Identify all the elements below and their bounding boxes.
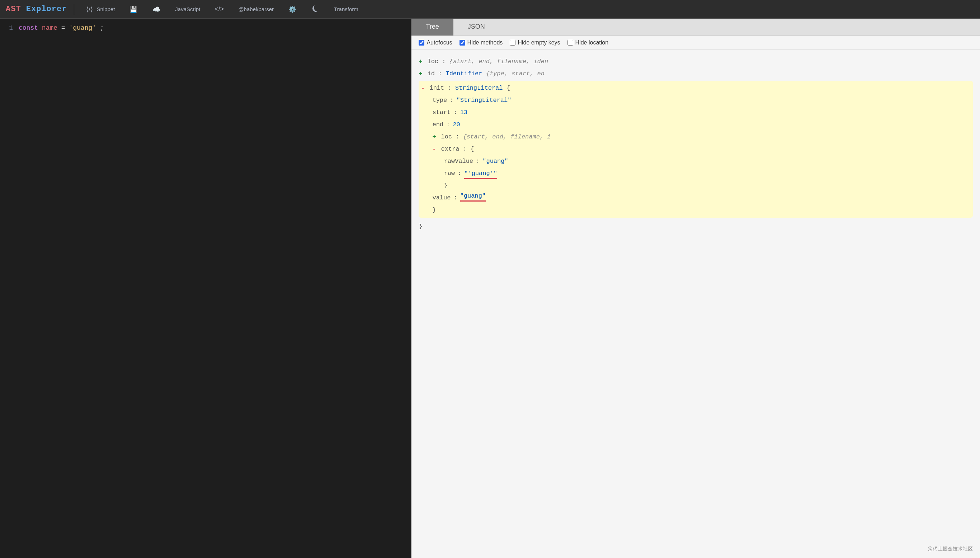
key-start: start	[432, 107, 451, 119]
key-value: value	[432, 192, 451, 204]
punct-colon-rawvalue: :	[476, 155, 479, 167]
node-extra: - extra : { rawValue	[432, 143, 971, 192]
toggle-icon: ⏾	[311, 5, 320, 14]
operator-equals: =	[61, 25, 69, 31]
tab-tree[interactable]: Tree	[412, 19, 453, 36]
gear-icon: ⚙️	[288, 5, 297, 14]
main-content: 1 const name = 'guang' ; Tree JSON	[0, 19, 980, 558]
code-line-1: 1 const name = 'guang' ;	[6, 23, 405, 33]
code-text-1: const name = 'guang' ;	[19, 23, 104, 33]
key-init: init	[429, 85, 444, 92]
node-loc-content: loc : {start, end, filename, iden	[427, 56, 548, 68]
option-hide-empty-keys-label: Hide empty keys	[518, 39, 560, 46]
key-loc-child: loc	[441, 133, 452, 140]
toggle-init[interactable]: -	[421, 82, 427, 94]
line-number-1: 1	[6, 23, 13, 33]
toggle-button[interactable]: ⏾	[307, 3, 323, 15]
extra-children: rawValue : "guang" raw : "'guang'"	[444, 155, 971, 192]
checkbox-autofocus[interactable]	[419, 40, 424, 46]
checkbox-hide-empty-keys[interactable]	[510, 40, 515, 46]
app-logo: AST Explorer	[6, 5, 67, 14]
node-type: type : "StringLiteral"	[432, 94, 971, 107]
settings-button[interactable]: ⚙️	[284, 3, 300, 15]
id-type-label: Identifier	[445, 70, 482, 77]
node-id: + id : Identifier {type, start, en	[419, 68, 973, 80]
checkbox-hide-methods[interactable]	[460, 40, 465, 46]
toggle-loc-child[interactable]: +	[432, 131, 438, 143]
node-init-content: init : StringLiteral {	[429, 82, 510, 94]
node-loc-child-content: loc : {start, end, filename, i	[441, 131, 551, 143]
editor-content[interactable]: 1 const name = 'guang' ;	[0, 19, 411, 558]
option-hide-empty-keys[interactable]: Hide empty keys	[510, 39, 560, 46]
option-autofocus[interactable]: Autofocus	[419, 39, 452, 46]
logo-explorer: Explorer	[21, 5, 67, 14]
option-hide-methods[interactable]: Hide methods	[460, 39, 503, 46]
node-init-close: }	[432, 204, 971, 216]
checkbox-hide-location[interactable]	[568, 40, 573, 46]
node-init-highlighted: - init : StringLiteral { type :	[419, 81, 973, 218]
save-button[interactable]: 💾	[126, 3, 141, 15]
editor-panel: 1 const name = 'guang' ;	[0, 19, 412, 558]
toolbar-divider-1	[74, 4, 74, 15]
node-rawvalue: rawValue : "guang"	[444, 155, 971, 167]
node-loc-child: + loc : {start, end, filename, i	[432, 131, 971, 143]
transform-label: Transform	[334, 6, 358, 12]
save-icon: 💾	[129, 5, 138, 14]
punctuation-semicolon: ;	[100, 25, 104, 31]
loc-child-comment: {start, end, filename, i	[463, 133, 551, 140]
node-value: value : "guang"	[432, 192, 971, 204]
value-raw: "'guang'"	[464, 169, 497, 179]
language-label: JavaScript	[175, 6, 200, 12]
logo-ast: AST	[6, 5, 21, 14]
angle-brackets-icon-item: </>	[211, 4, 227, 14]
tree-content: + loc : {start, end, filename, iden + id…	[412, 50, 980, 558]
key-raw: raw	[444, 167, 455, 180]
punct-colon-value: :	[453, 192, 457, 204]
loc-comment: {start, end, filename, iden	[450, 58, 548, 65]
toggle-extra[interactable]: -	[432, 143, 438, 155]
node-extra-content: extra : {	[441, 143, 474, 155]
option-hide-location-label: Hide location	[575, 39, 609, 46]
value-rawvalue: "guang"	[483, 155, 508, 167]
option-hide-methods-label: Hide methods	[468, 39, 503, 46]
string-value: 'guang'	[69, 25, 96, 31]
punct-colon-init: :	[448, 85, 455, 92]
toggle-id[interactable]: +	[419, 68, 424, 80]
value-start: 13	[460, 107, 468, 119]
toolbar: AST Explorer ⟨/⟩ Snippet 💾 ☁️ JavaScript…	[0, 0, 980, 19]
code-icon: ⟨/⟩	[85, 5, 94, 14]
tab-json[interactable]: JSON	[453, 19, 499, 36]
view-tabs: Tree JSON	[412, 19, 980, 36]
punct-colon-id: :	[438, 70, 445, 77]
key-end: end	[432, 119, 443, 131]
tree-panel: Tree JSON Autofocus Hide methods Hide em…	[412, 19, 980, 558]
node-end: end : 20	[432, 119, 971, 131]
value-type: "StringLiteral"	[456, 94, 511, 107]
punct-colon-end: :	[446, 119, 450, 131]
angle-brackets-icon: </>	[215, 5, 224, 13]
cloud-button[interactable]: ☁️	[148, 3, 164, 15]
keyword-const: const	[19, 25, 38, 31]
punct-brace-close-extra: }	[444, 180, 447, 192]
node-init: - init : StringLiteral {	[421, 82, 971, 94]
punct-brace-close-outer: }	[419, 220, 422, 233]
language-selector[interactable]: JavaScript	[171, 5, 204, 14]
node-start: start : 13	[432, 107, 971, 119]
option-autofocus-label: Autofocus	[427, 39, 452, 46]
node-raw: raw : "'guang'"	[444, 167, 971, 180]
tree-panel-wrapper: Tree JSON Autofocus Hide methods Hide em…	[412, 19, 980, 558]
punct-brace-open-init: {	[507, 85, 510, 92]
parser-selector[interactable]: @babel/parser	[235, 5, 277, 14]
key-type: type	[432, 94, 447, 107]
parser-label: @babel/parser	[238, 6, 274, 12]
snippet-button[interactable]: ⟨/⟩ Snippet	[81, 3, 118, 15]
option-hide-location[interactable]: Hide location	[568, 39, 609, 46]
key-extra: extra	[441, 146, 459, 153]
id-comment: {type, start, en	[486, 70, 545, 77]
node-extra-close: }	[444, 180, 971, 192]
value-end: 20	[453, 119, 460, 131]
value-value: "guang"	[460, 192, 486, 202]
toggle-loc[interactable]: +	[419, 56, 424, 68]
varname-name: name	[42, 25, 57, 31]
transform-button[interactable]: Transform	[330, 5, 362, 14]
